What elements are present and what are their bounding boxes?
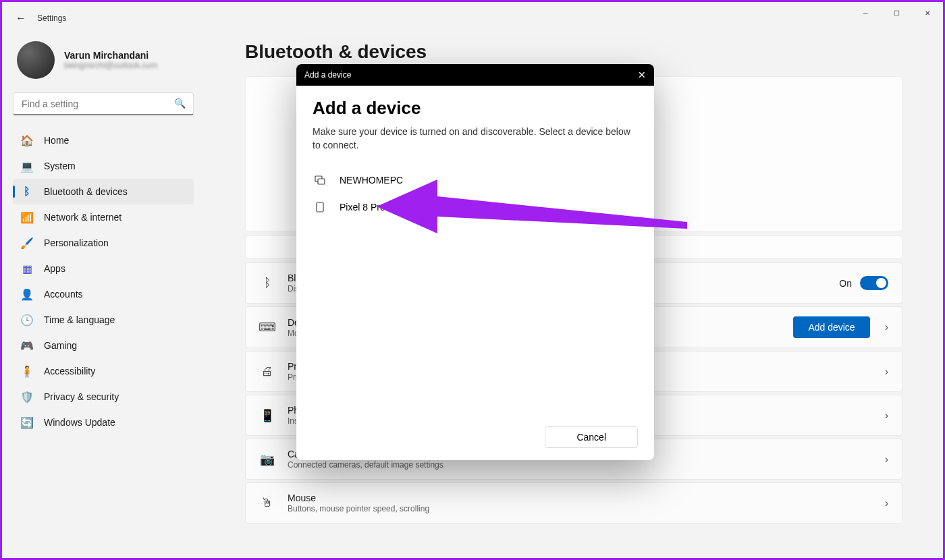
avatar xyxy=(17,41,55,79)
add-device-dialog: Add a device ✕ Add a device Make sure yo… xyxy=(296,64,654,460)
sidebar-item-accessibility[interactable]: 🧍Accessibility xyxy=(13,358,194,384)
minimize-button[interactable]: ─ xyxy=(850,2,881,24)
nav-label: Personalization xyxy=(44,237,109,248)
sidebar-item-update[interactable]: 🔄Windows Update xyxy=(13,410,194,435)
nav-label: Network & internet xyxy=(44,212,122,223)
update-icon: 🔄 xyxy=(21,416,33,428)
device-item-pc[interactable]: NEWHOMEPC xyxy=(313,167,638,194)
svg-rect-2 xyxy=(317,202,323,212)
toggle-label: On xyxy=(839,278,852,289)
sidebar-item-network[interactable]: 📶Network & internet xyxy=(13,204,194,230)
user-name: Varun Mirchandani xyxy=(64,50,157,61)
sidebar-item-bluetooth[interactable]: ᛒBluetooth & devices xyxy=(13,179,194,204)
wifi-icon: 📶 xyxy=(21,211,33,223)
pc-icon xyxy=(314,175,326,186)
nav-label: Accounts xyxy=(44,289,83,300)
add-device-button[interactable]: Add device xyxy=(793,316,869,338)
nav-list: 🏠Home 💻System ᛒBluetooth & devices 📶Netw… xyxy=(13,128,194,435)
sidebar: Varun Mirchandani beingmirchi@outlook.co… xyxy=(2,34,205,558)
device-item-label: Pixel 8 Pro xyxy=(340,202,385,213)
page-title: Bluetooth & devices xyxy=(245,41,902,63)
sidebar-item-gaming[interactable]: 🎮Gaming xyxy=(13,333,194,358)
sidebar-item-privacy[interactable]: 🛡️Privacy & security xyxy=(13,384,194,410)
chevron-right-icon: › xyxy=(885,366,888,378)
svg-rect-1 xyxy=(318,179,325,184)
nav-label: Bluetooth & devices xyxy=(44,186,128,197)
bluetooth-icon: ᛒ xyxy=(21,186,33,198)
maximize-button[interactable]: ☐ xyxy=(881,2,912,24)
nav-label: Windows Update xyxy=(44,417,115,428)
mouse-icon: 🖱 xyxy=(259,496,275,510)
sidebar-item-system[interactable]: 💻System xyxy=(13,153,194,179)
user-email: beingmirchi@outlook.com xyxy=(64,61,157,70)
clock-icon: 🕒 xyxy=(21,314,33,326)
device-item-phone[interactable]: Pixel 8 Pro xyxy=(313,194,638,221)
devices-row-icon: ⌨ xyxy=(259,320,275,335)
apps-icon: ▦ xyxy=(21,262,33,275)
brush-icon: 🖌️ xyxy=(21,237,33,249)
sidebar-item-home[interactable]: 🏠Home xyxy=(13,128,194,153)
nav-label: System xyxy=(44,161,76,171)
sidebar-item-personalization[interactable]: 🖌️Personalization xyxy=(13,230,194,256)
titlebar: ← Settings ─ ☐ ✕ xyxy=(2,2,943,34)
dialog-header: Add a device ✕ xyxy=(296,64,654,86)
nav-label: Gaming xyxy=(44,340,77,351)
printer-icon: 🖨 xyxy=(259,364,275,379)
cancel-button[interactable]: Cancel xyxy=(545,426,638,448)
device-item-label: NEWHOMEPC xyxy=(340,175,403,186)
close-button[interactable]: ✕ xyxy=(912,2,943,24)
shield-icon: 🛡️ xyxy=(21,391,33,403)
home-icon: 🏠 xyxy=(21,134,33,146)
dialog-header-title: Add a device xyxy=(304,70,351,80)
dialog-description: Make sure your device is turned on and d… xyxy=(313,125,638,152)
search-input[interactable] xyxy=(13,92,194,115)
system-icon: 💻 xyxy=(21,160,33,172)
chevron-right-icon: › xyxy=(885,453,888,466)
sidebar-item-apps[interactable]: ▦Apps xyxy=(13,256,194,281)
back-button[interactable]: ← xyxy=(10,7,32,29)
camera-icon: 📷 xyxy=(259,452,275,467)
search-icon: 🔍 xyxy=(174,98,186,109)
phone-device-icon xyxy=(314,202,326,213)
sidebar-item-accounts[interactable]: 👤Accounts xyxy=(13,281,194,307)
sidebar-item-time[interactable]: 🕒Time & language xyxy=(13,307,194,333)
mouse-row-sub: Buttons, mouse pointer speed, scrolling xyxy=(288,504,866,513)
chevron-right-icon: › xyxy=(885,321,888,333)
dialog-title: Add a device xyxy=(313,98,638,119)
cameras-row-sub: Connected cameras, default image setting… xyxy=(288,460,866,470)
search-wrap: 🔍 xyxy=(13,92,194,115)
bluetooth-toggle[interactable] xyxy=(860,276,888,290)
nav-label: Time & language xyxy=(44,314,115,325)
nav-label: Home xyxy=(44,135,69,146)
dialog-close-button[interactable]: ✕ xyxy=(638,69,646,80)
mouse-row[interactable]: 🖱 Mouse Buttons, mouse pointer speed, sc… xyxy=(245,482,902,524)
mouse-row-title: Mouse xyxy=(288,493,866,503)
window-controls: ─ ☐ ✕ xyxy=(850,2,943,24)
bluetooth-row-icon: ᛒ xyxy=(259,276,275,290)
gamepad-icon: 🎮 xyxy=(21,339,33,352)
phone-icon: 📱 xyxy=(259,408,275,423)
accessibility-icon: 🧍 xyxy=(21,365,33,377)
person-icon: 👤 xyxy=(21,288,33,300)
nav-label: Privacy & security xyxy=(44,391,119,402)
user-block[interactable]: Varun Mirchandani beingmirchi@outlook.co… xyxy=(13,41,194,79)
app-title: Settings xyxy=(37,13,66,23)
chevron-right-icon: › xyxy=(885,410,888,422)
nav-label: Accessibility xyxy=(44,366,95,376)
chevron-right-icon: › xyxy=(885,497,888,509)
nav-label: Apps xyxy=(44,263,65,274)
